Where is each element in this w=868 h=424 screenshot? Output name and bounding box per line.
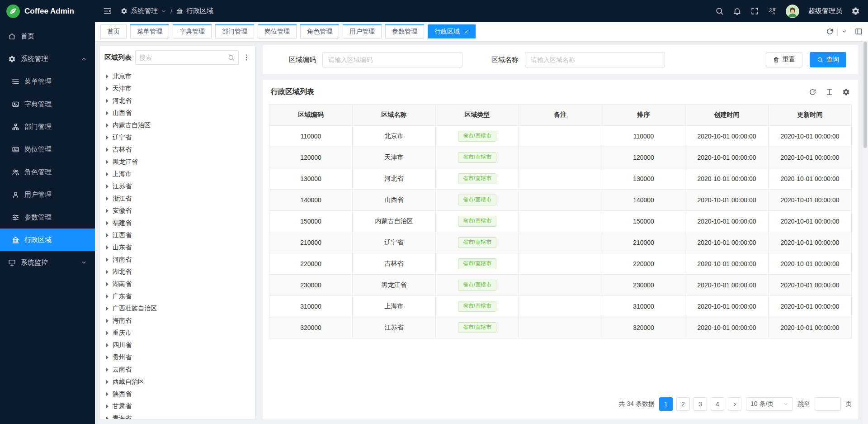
caret-right-icon[interactable] (106, 343, 108, 348)
sidebar-item[interactable]: 用户管理 (0, 183, 95, 206)
bell-icon[interactable] (733, 7, 741, 15)
caret-right-icon[interactable] (106, 282, 108, 286)
caret-right-icon[interactable] (106, 196, 108, 201)
tab[interactable]: 参数管理 (385, 24, 424, 38)
caret-right-icon[interactable] (106, 245, 108, 250)
table-settings-gear-icon[interactable] (842, 88, 850, 96)
caret-right-icon[interactable] (106, 148, 108, 152)
sidebar-item[interactable]: 岗位管理 (0, 138, 95, 161)
region-name-input[interactable] (525, 52, 665, 67)
tree-item[interactable]: 贵州省 (100, 351, 255, 363)
caret-right-icon[interactable] (106, 209, 108, 213)
sidebar-item[interactable]: 菜单管理 (0, 70, 95, 93)
table-row[interactable]: 310000 上海市 省市/直辖市 310000 2020-10-01 00:0… (269, 296, 852, 317)
table-row[interactable]: 110000 北京市 省市/直辖市 110000 2020-10-01 00:0… (269, 126, 852, 147)
tree-item[interactable]: 陕西省 (100, 388, 255, 400)
layout-icon[interactable] (855, 28, 863, 35)
tab[interactable]: 字典管理 (173, 24, 212, 38)
caret-right-icon[interactable] (106, 319, 108, 323)
tab[interactable]: 菜单管理 (130, 24, 169, 38)
caret-right-icon[interactable] (106, 416, 108, 419)
tab[interactable]: 用户管理 (343, 24, 382, 38)
refresh-tab-icon[interactable] (826, 28, 834, 35)
jump-page-input[interactable] (815, 397, 841, 411)
chevron-down-icon[interactable] (161, 9, 166, 14)
tab[interactable]: 行政区域 (428, 24, 476, 38)
tree-item[interactable]: 四川省 (100, 339, 255, 351)
caret-right-icon[interactable] (106, 331, 108, 335)
tree-item[interactable]: 内蒙古自治区 (100, 119, 255, 131)
sidebar-item[interactable]: 行政区域 (0, 229, 95, 251)
tree-item[interactable]: 西藏自治区 (100, 376, 255, 388)
tree-item[interactable]: 辽宁省 (100, 131, 255, 143)
tree-item[interactable]: 山东省 (100, 241, 255, 253)
table-row[interactable]: 210000 辽宁省 省市/直辖市 210000 2020-10-01 00:0… (269, 232, 852, 253)
caret-right-icon[interactable] (106, 184, 108, 189)
tree-search-input[interactable] (139, 54, 225, 61)
translate-icon[interactable]: 文A (768, 7, 777, 15)
next-page-button[interactable] (728, 397, 741, 411)
tree-item[interactable]: 青海省 (100, 412, 255, 419)
caret-right-icon[interactable] (106, 221, 108, 225)
close-icon[interactable] (463, 29, 469, 34)
caret-right-icon[interactable] (106, 172, 108, 176)
table-row[interactable]: 140000 山西省 省市/直辖市 140000 2020-10-01 00:0… (269, 190, 852, 211)
sidebar-item[interactable]: 部门管理 (0, 115, 95, 138)
dots-vertical-icon[interactable] (242, 53, 250, 62)
tree-item[interactable]: 海南省 (100, 314, 255, 327)
tree-item[interactable]: 河南省 (100, 253, 255, 266)
caret-right-icon[interactable] (106, 160, 108, 164)
tree-item[interactable]: 黑龙江省 (100, 156, 255, 168)
sidebar-item-home[interactable]: 首页 (0, 25, 95, 48)
menu-fold-icon[interactable] (103, 7, 112, 15)
table-row[interactable]: 230000 黑龙江省 省市/直辖市 230000 2020-10-01 00:… (269, 275, 852, 296)
tree-item[interactable]: 河北省 (100, 95, 255, 107)
tree-item[interactable]: 广西壮族自治区 (100, 302, 255, 314)
caret-right-icon[interactable] (106, 135, 108, 140)
page-button[interactable]: 3 (693, 397, 707, 411)
tree-item[interactable]: 江苏省 (100, 180, 255, 192)
table-row[interactable]: 130000 河北省 省市/直辖市 130000 2020-10-01 00:0… (269, 168, 852, 190)
avatar[interactable] (786, 5, 799, 18)
caret-right-icon[interactable] (106, 294, 108, 299)
tab[interactable]: 角色管理 (300, 24, 339, 38)
caret-right-icon[interactable] (106, 257, 108, 262)
caret-right-icon[interactable] (106, 111, 108, 115)
search-icon[interactable] (715, 7, 724, 15)
tree-item[interactable]: 湖南省 (100, 278, 255, 290)
caret-right-icon[interactable] (106, 233, 108, 238)
reset-button[interactable]: 重置 (766, 52, 802, 67)
search-icon[interactable] (228, 54, 235, 61)
breadcrumb-root[interactable]: 系统管理 (131, 7, 158, 15)
tree-item[interactable]: 重庆市 (100, 327, 255, 339)
page-button[interactable]: 2 (676, 397, 690, 411)
page-button[interactable]: 4 (711, 397, 724, 411)
region-code-input[interactable] (322, 52, 462, 67)
tree-item[interactable]: 湖北省 (100, 266, 255, 278)
sidebar-group[interactable]: 系统管理 (0, 48, 95, 70)
sidebar-item[interactable]: 角色管理 (0, 161, 95, 183)
caret-right-icon[interactable] (106, 86, 108, 91)
caret-right-icon[interactable] (106, 355, 108, 360)
tree-item[interactable]: 吉林省 (100, 143, 255, 156)
fullscreen-icon[interactable] (750, 7, 759, 15)
tab[interactable]: 首页 (100, 24, 127, 38)
brand-area[interactable]: Coffee Admin (0, 0, 95, 22)
tree-item[interactable]: 云南省 (100, 363, 255, 376)
sidebar-item[interactable]: 参数管理 (0, 206, 95, 229)
caret-right-icon[interactable] (106, 380, 108, 384)
table-row[interactable]: 320000 江苏省 省市/直辖市 320000 2020-10-01 00:0… (269, 317, 852, 338)
settings-gear-icon[interactable] (851, 7, 860, 15)
tree-item[interactable]: 江西省 (100, 229, 255, 241)
sidebar-group[interactable]: 系统监控 (0, 251, 95, 274)
caret-right-icon[interactable] (106, 404, 108, 409)
scrollbar-thumb[interactable] (863, 42, 867, 148)
table-row[interactable]: 150000 内蒙古自治区 省市/直辖市 150000 2020-10-01 0… (269, 211, 852, 232)
tab[interactable]: 岗位管理 (258, 24, 297, 38)
tree-item[interactable]: 上海市 (100, 168, 255, 180)
caret-right-icon[interactable] (106, 367, 108, 372)
tree-item[interactable]: 山西省 (100, 107, 255, 119)
tree-item[interactable]: 天津市 (100, 82, 255, 95)
tree-item[interactable]: 福建省 (100, 217, 255, 229)
username[interactable]: 超级管理员 (808, 7, 842, 15)
